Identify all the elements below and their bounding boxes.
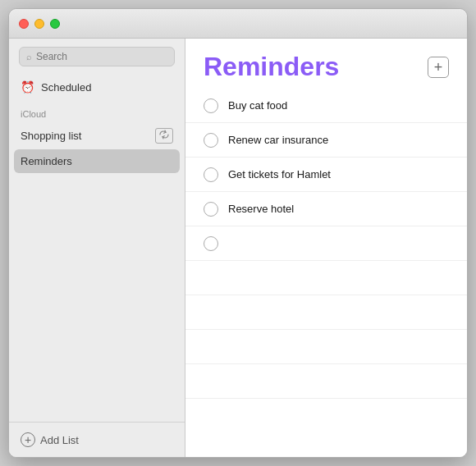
reminder-checkbox[interactable] bbox=[204, 133, 218, 148]
search-bar: ⌕ bbox=[9, 39, 185, 75]
reminder-checkbox[interactable] bbox=[204, 98, 218, 113]
empty-row bbox=[185, 261, 467, 295]
reminder-text: Buy cat food bbox=[228, 99, 287, 112]
app-window: ⌕ ⏰ Scheduled iCloud Shopping list bbox=[8, 8, 468, 458]
reminder-text: Reserve hotel bbox=[228, 203, 294, 215]
reminder-item[interactable]: Reserve hotel bbox=[185, 192, 467, 226]
search-input[interactable] bbox=[36, 51, 167, 62]
sidebar-section: ⏰ Scheduled iCloud Shopping list bbox=[9, 75, 185, 422]
reminder-checkbox[interactable] bbox=[204, 236, 218, 251]
sidebar: ⌕ ⏰ Scheduled iCloud Shopping list bbox=[9, 39, 185, 457]
search-wrapper[interactable]: ⌕ bbox=[19, 47, 175, 66]
reminders-sidebar-label: Reminders bbox=[21, 155, 72, 167]
sidebar-item-scheduled[interactable]: ⏰ Scheduled bbox=[9, 75, 185, 99]
traffic-lights bbox=[19, 19, 60, 29]
close-button[interactable] bbox=[19, 19, 29, 29]
empty-row bbox=[185, 364, 467, 399]
sidebar-footer: + Add List bbox=[9, 422, 185, 457]
sidebar-item-shopping-list[interactable]: Shopping list bbox=[9, 122, 185, 149]
reminder-checkbox[interactable] bbox=[204, 202, 218, 217]
reminder-text: Get tickets for Hamlet bbox=[228, 168, 331, 180]
scheduled-label: Scheduled bbox=[41, 81, 91, 94]
main-panel: Reminders + Buy cat food Renew car insur… bbox=[185, 39, 467, 457]
add-list-button[interactable]: + Add List bbox=[21, 432, 173, 447]
icloud-section-header: iCloud bbox=[9, 99, 185, 122]
empty-row bbox=[185, 295, 467, 330]
reminder-checkbox[interactable] bbox=[204, 167, 218, 182]
shopping-list-label: Shopping list bbox=[21, 130, 81, 142]
clock-icon: ⏰ bbox=[21, 80, 34, 94]
minimize-button[interactable] bbox=[34, 19, 44, 29]
reminders-list: Buy cat food Renew car insurance Get tic… bbox=[185, 89, 467, 457]
reminder-item[interactable]: Renew car insurance bbox=[185, 123, 467, 158]
empty-reminder-row[interactable] bbox=[185, 226, 467, 261]
search-icon: ⌕ bbox=[26, 52, 32, 62]
reminder-item[interactable]: Buy cat food bbox=[185, 89, 467, 123]
page-title: Reminders bbox=[204, 52, 339, 82]
add-list-icon: + bbox=[21, 432, 35, 447]
empty-row bbox=[185, 330, 467, 364]
reminder-item[interactable]: Get tickets for Hamlet bbox=[185, 158, 467, 192]
main-header: Reminders + bbox=[185, 39, 467, 89]
content-area: ⌕ ⏰ Scheduled iCloud Shopping list bbox=[9, 39, 467, 457]
add-reminder-button[interactable]: + bbox=[428, 57, 449, 78]
titlebar bbox=[9, 9, 467, 39]
reminder-text: Renew car insurance bbox=[228, 134, 328, 146]
maximize-button[interactable] bbox=[50, 19, 60, 29]
add-list-label: Add List bbox=[40, 434, 79, 446]
sync-icon bbox=[155, 128, 173, 144]
sidebar-item-reminders[interactable]: Reminders bbox=[14, 149, 180, 173]
